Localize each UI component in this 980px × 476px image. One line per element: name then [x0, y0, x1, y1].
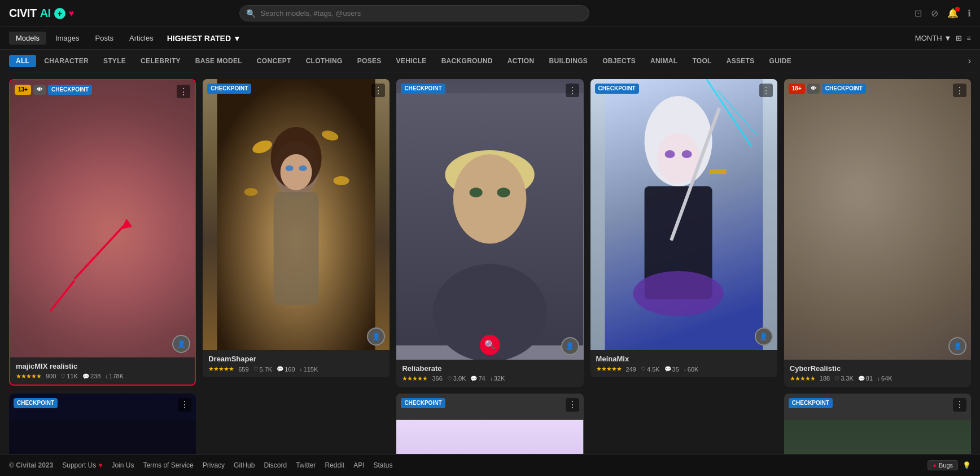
cyberrealistic-author-avatar: 👤: [948, 337, 966, 355]
cat-objects[interactable]: OBJECTS: [596, 55, 642, 67]
nav-posts[interactable]: Posts: [89, 32, 121, 45]
svg-point-25: [664, 150, 675, 158]
nav-models[interactable]: Models: [9, 32, 46, 45]
nav-images[interactable]: Images: [49, 32, 86, 45]
github-link[interactable]: GitHub: [234, 461, 255, 469]
meinamix-badge-area: CHECKPOINT: [595, 84, 639, 94]
month-label: MONTH: [915, 34, 942, 42]
month-filter[interactable]: MONTH ▼: [915, 34, 952, 42]
svg-point-18: [497, 187, 510, 197]
card-title: majicMIX realistic: [16, 362, 189, 370]
slash-icon[interactable]: ⊘: [931, 8, 938, 19]
layout-icon-button[interactable]: ≡: [966, 34, 971, 42]
privacy-link[interactable]: Privacy: [203, 461, 225, 469]
cat-guide[interactable]: GUIDE: [763, 55, 799, 67]
search-input[interactable]: [239, 5, 589, 21]
info-icon[interactable]: ℹ: [968, 8, 971, 19]
model-card-reliaberate[interactable]: CHECKPOINT ⋮ 🔍 👤 Reliaberate ★★★★★ 366 ♡…: [396, 79, 583, 387]
cat-clothing[interactable]: CLOTHING: [299, 55, 349, 67]
reliaberate-search-overlay[interactable]: 🔍: [480, 335, 500, 355]
card-likes: ♡ 11K: [60, 373, 78, 379]
footer-support[interactable]: Support Us ♥: [62, 461, 102, 469]
search-bar: 🔍: [239, 5, 589, 21]
join-us-link[interactable]: Join Us: [111, 461, 134, 469]
footer-right: ● Bugs 💡: [928, 460, 971, 470]
cat-celebrity[interactable]: CELEBRITY: [134, 55, 187, 67]
svg-point-26: [681, 150, 692, 158]
support-us-link[interactable]: Support Us: [62, 461, 96, 469]
cyberrealistic-downloads: ↓ 64K: [877, 375, 893, 382]
meinamix-checkpoint-badge: CHECKPOINT: [595, 84, 639, 94]
dreamshaper-card-info: DreamShaper ★★★★★ 659 ♡ 5.7K 💬 160 ↓ 115…: [203, 350, 390, 377]
reliaberate-menu-button[interactable]: ⋮: [566, 84, 579, 97]
cyberrealistic-badge-area: 18+ 👁 CHECKPOINT: [789, 84, 866, 94]
meinamix-likes: ♡ 4.5K: [641, 366, 660, 373]
cat-animal[interactable]: ANIMAL: [644, 55, 684, 67]
bell-icon[interactable]: 🔔: [947, 8, 959, 19]
logo-plus-button[interactable]: +: [54, 8, 65, 19]
reddit-link[interactable]: Reddit: [325, 461, 344, 469]
model-card-majicmix[interactable]: 13+ 👁 CHECKPOINT ⋮ 👤 majicMIX realistic …: [9, 79, 196, 386]
model-card-dreamshaper[interactable]: CHECKPOINT ⋮ 👤 DreamShaper ★★★★★ 659 ♡ 5…: [203, 79, 390, 377]
meinamix-rating-count: 249: [626, 366, 636, 373]
cyberrealistic-title: CyberRealistic: [790, 364, 965, 373]
redhead-menu-button[interactable]: ⋮: [953, 398, 966, 412]
monitor-icon[interactable]: ⊡: [915, 8, 922, 19]
meinamix-menu-button[interactable]: ⋮: [759, 84, 773, 97]
highest-rated-label: HIGHEST RATED: [167, 34, 231, 43]
cyberrealistic-stats: ★★★★★ 188 ♡ 3.3K 💬 81 ↓ 64K: [790, 375, 965, 382]
twitter-link[interactable]: Twitter: [296, 461, 316, 469]
cat-assets[interactable]: ASSETS: [720, 55, 762, 67]
logo-civit: CIVIT: [9, 7, 37, 20]
highest-rated-button[interactable]: HIGHEST RATED ▼: [163, 32, 246, 45]
cyberrealistic-stars: ★★★★★: [790, 375, 815, 382]
reliaberate-title: Reliaberate: [402, 364, 578, 373]
meinamix-downloads: ↓ 60K: [684, 366, 699, 373]
cat-action[interactable]: ACTION: [501, 55, 541, 67]
cat-concept[interactable]: CONCEPT: [250, 55, 298, 67]
card-downloads: ↓ 178K: [105, 373, 124, 379]
category-scroll-right[interactable]: ›: [968, 56, 971, 66]
filter-icon-button[interactable]: ⊞: [956, 34, 962, 42]
cat-all[interactable]: ALL: [9, 55, 36, 67]
dreamshaper-stats: ★★★★★ 659 ♡ 5.7K 💬 160 ↓ 115K: [208, 365, 384, 373]
status-link[interactable]: Status: [374, 461, 393, 469]
cyberrealistic-menu-button[interactable]: ⋮: [953, 84, 966, 97]
white-anime-menu-button[interactable]: ⋮: [566, 398, 579, 412]
dreamshaper-menu-button[interactable]: ⋮: [371, 84, 385, 97]
model-card-meinamix[interactable]: CHECKPOINT ⋮ 👤 MeinaMix ★★★★★ 249 ♡ 4.5K…: [590, 79, 777, 377]
cat-vehicle[interactable]: VEHICLE: [390, 55, 434, 67]
card-stats: ★★★★★ 900 ♡ 11K 💬 238 ↓ 178K: [16, 373, 189, 380]
cat-poses[interactable]: POSES: [351, 55, 388, 67]
meinamix-title: MeinaMix: [596, 355, 772, 363]
bugs-button[interactable]: ● Bugs: [928, 460, 958, 470]
card-stars: ★★★★★: [16, 373, 41, 380]
cat-buildings[interactable]: BUILDINGS: [542, 55, 594, 67]
card-author-avatar: 👤: [172, 335, 190, 353]
model-card-cyberrealistic[interactable]: 18+ 👁 CHECKPOINT ⋮ 👤 CyberRealistic ★★★★…: [784, 79, 971, 387]
cat-tool[interactable]: TOOL: [685, 55, 718, 67]
terms-link[interactable]: Terms of Service: [143, 461, 193, 469]
balloon-menu-button[interactable]: ⋮: [178, 398, 191, 412]
logo-heart-icon[interactable]: ♥: [69, 8, 74, 19]
reliaberate-stats: ★★★★★ 366 ♡ 3.0K 💬 74 ↓ 32K: [402, 375, 578, 382]
redhead-badge-area: CHECKPOINT: [789, 398, 833, 408]
reliaberate-author-avatar: 👤: [561, 337, 579, 355]
cat-base-model[interactable]: BASE MODEL: [189, 55, 249, 67]
cyberrealistic-card-info: CyberRealistic ★★★★★ 188 ♡ 3.3K 💬 81 ↓ 6…: [784, 360, 971, 387]
topbar: CIVITAI + ♥ 🔍 ⊡ ⊘ 🔔 ℹ: [0, 0, 980, 27]
svg-point-17: [470, 187, 483, 197]
cat-character[interactable]: CHARACTER: [37, 55, 95, 67]
bug-dot-icon: ●: [933, 462, 937, 469]
card-menu-button[interactable]: ⋮: [177, 85, 190, 98]
nav-articles[interactable]: Articles: [123, 32, 160, 45]
dreamshaper-comments: 💬 160: [277, 366, 295, 373]
cat-style[interactable]: STYLE: [97, 55, 133, 67]
dreamshaper-title: DreamShaper: [208, 355, 384, 363]
site-logo[interactable]: CIVITAI + ♥: [9, 7, 74, 20]
api-link[interactable]: API: [353, 461, 364, 469]
svg-point-16: [453, 154, 527, 243]
discord-link[interactable]: Discord: [264, 461, 287, 469]
idea-icon[interactable]: 💡: [963, 461, 971, 469]
cat-background[interactable]: BACKGROUND: [435, 55, 500, 67]
